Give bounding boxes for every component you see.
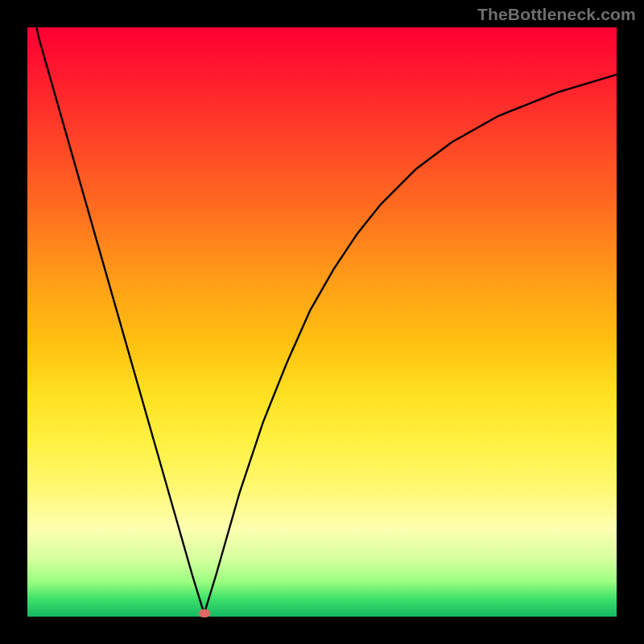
chart-frame: TheBottleneck.com [0, 0, 644, 644]
bottleneck-curve [27, 27, 617, 617]
watermark-text: TheBottleneck.com [477, 5, 636, 24]
plot-area [27, 27, 617, 617]
curve-path [27, 27, 617, 613]
optimal-point-marker [199, 609, 210, 617]
